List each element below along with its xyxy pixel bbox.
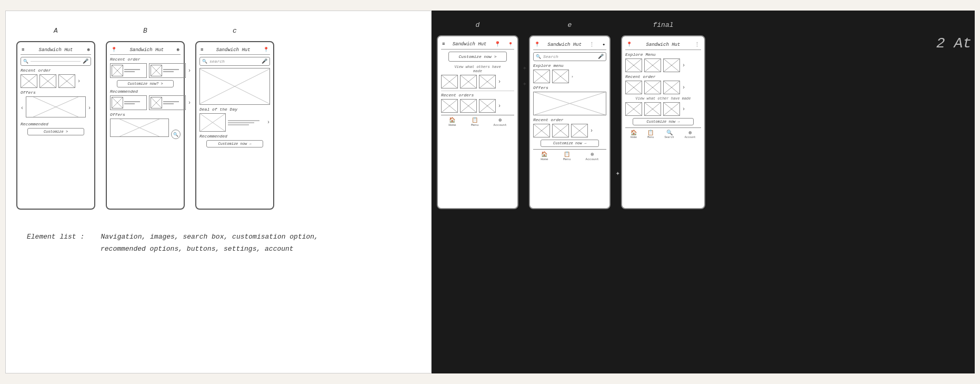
- wf-d-nav-home[interactable]: 🏠 Home: [448, 117, 456, 127]
- wf-b-item3: [110, 95, 147, 110]
- wf-a-search[interactable]: 🔍 🎤: [21, 57, 91, 66]
- wf-b-btn[interactable]: Customize now? >: [117, 80, 173, 87]
- wf-e-img1: [533, 70, 550, 83]
- label-d: d: [476, 21, 480, 29]
- wf-c-deal-label: Deal of the Day: [199, 107, 270, 112]
- notes-content: Element list : Navigation, images, searc…: [27, 231, 410, 243]
- wireframe-b: 📍 Sandwich Hut ⊗ Recent order: [106, 41, 185, 210]
- wf-e-rimg2: [552, 124, 569, 137]
- wf-d-rimg1: [441, 99, 458, 113]
- wf-e-rimg1: [533, 124, 550, 137]
- wf-e-btn[interactable]: Customize now →: [541, 140, 599, 147]
- wf-e-nav-account-label: Account: [586, 157, 599, 161]
- wf-a-btn[interactable]: Customize >: [27, 128, 84, 135]
- menu-icon-e: 📋: [564, 151, 570, 157]
- wf-e-search[interactable]: 🔍 Search 🎤: [533, 52, 606, 61]
- wf-final-vimg1: [625, 102, 642, 116]
- home-icon-e: 🏠: [541, 151, 547, 157]
- mic-icon-a: 🎤: [83, 58, 88, 64]
- wf-d-img1: [441, 75, 458, 88]
- chevron-d: ›: [498, 79, 501, 85]
- wf-b-img-row1: ›: [110, 63, 181, 78]
- account-icon-e: ⊗: [591, 151, 594, 157]
- chevron-c-deal: ›: [267, 120, 270, 125]
- wf-e-nav-account[interactable]: ⊗ Account: [586, 151, 599, 161]
- notes-section: Element list : Navigation, images, searc…: [16, 225, 421, 261]
- hamburger-icon-c: ≡: [201, 47, 203, 53]
- wf-d-img-row: ›: [441, 75, 514, 88]
- wf-final-nav-search[interactable]: 🔍 Search: [665, 130, 674, 139]
- wf-c-search[interactable]: 🔍 search 🎤: [199, 57, 270, 66]
- wf-b-thumb1: [112, 65, 123, 76]
- label-c: c: [233, 27, 237, 35]
- wireframe-group-a: A ≡ Sandwich Hut ⊗ 🔍 🎤 Recent: [16, 27, 95, 210]
- wf-c-title: Sandwich Hut: [216, 47, 251, 53]
- wf-b-line6: [124, 103, 135, 104]
- wf-final-nav-menu[interactable]: 📋 Menu: [647, 130, 654, 139]
- threedot-icon-final: ⋮: [694, 41, 700, 48]
- wf-final-img1: [625, 58, 642, 72]
- mic-icon-e: 🎤: [598, 54, 604, 60]
- wf-b-thumb2: [151, 65, 162, 76]
- home-icon-final: 🏠: [631, 130, 637, 136]
- chevron-b2: ›: [188, 100, 191, 106]
- wf-e-offers-box: [533, 92, 606, 115]
- wf-c-header: ≡ Sandwich Hut 📍: [199, 45, 270, 55]
- wf-b-lines3: [124, 97, 140, 109]
- wf-b-thumb4: [151, 97, 162, 109]
- wireframe-group-b: B 📍 Sandwich Hut ⊗ Recent order: [106, 27, 185, 210]
- wf-a-header: ≡ Sandwich Hut ⊗: [21, 45, 91, 55]
- search-circle-b[interactable]: 🔍: [171, 130, 181, 139]
- wf-a-offers-box: [26, 96, 86, 117]
- wf-e-explore-row: ›: [533, 70, 606, 83]
- wireframe-final: 📍 Sandwich Hut ⋮ Explore Menu: [621, 35, 705, 209]
- wireframe-c: ≡ Sandwich Hut 📍 🔍 search 🎤: [195, 41, 274, 210]
- chevron-final-view: ›: [682, 106, 685, 112]
- account-icon-d: ⊗: [498, 117, 502, 123]
- wf-d-recent-row: ›: [441, 99, 514, 113]
- right-panel: d ≡ Sandwich Hut 📍 📍 Customize now > Vie…: [432, 11, 975, 373]
- wf-b-line5: [124, 101, 140, 102]
- wf-e-header: 📍 Sandwich Hut ⋮ ✦: [533, 40, 606, 50]
- wf-c-recommended-label: Recommended: [199, 134, 270, 139]
- notes-label: Element list :: [27, 233, 84, 241]
- wf-b-line8: [163, 103, 174, 104]
- label-final: final: [653, 21, 673, 29]
- wf-final-btn[interactable]: Customize now →: [633, 118, 693, 125]
- star-d1: ✦: [523, 63, 527, 72]
- wf-d-nav-account[interactable]: ⊗ Account: [494, 117, 507, 127]
- chevron-left-a: ‹: [21, 105, 24, 111]
- hamburger-icon: ≡: [22, 47, 24, 53]
- wf-a-offers-label: Offers: [21, 90, 91, 95]
- wf-b-line2: [124, 71, 135, 72]
- label-e: e: [568, 21, 572, 29]
- wf-final-recent-label: Recent order: [625, 74, 701, 79]
- menu-icon-final: 📋: [647, 130, 654, 136]
- wf-d-rimg2: [460, 99, 477, 113]
- wf-final-rimg2: [644, 81, 661, 94]
- wf-e-nav-home[interactable]: 🏠 Home: [541, 151, 548, 161]
- wf-final-nav-home[interactable]: 🏠 Home: [631, 130, 637, 139]
- search-icon-a: 🔍: [23, 59, 28, 64]
- wf-c-btn[interactable]: Customize now →: [206, 140, 263, 147]
- wf-final-vimg3: [663, 102, 680, 116]
- wf-final-rimg1: [625, 81, 642, 94]
- wf-c-dline1: [228, 120, 259, 121]
- wf-c-deal-row: ›: [199, 113, 270, 132]
- wf-d-nav-menu[interactable]: 📋 Menu: [471, 117, 478, 127]
- wf-d-customize-btn[interactable]: Customize now >: [448, 52, 507, 62]
- wf-c-big-img: [199, 68, 270, 105]
- wf-e-nav-menu[interactable]: 📋 Menu: [563, 151, 571, 161]
- wf-a-img2: [39, 74, 56, 88]
- chevron-final-recent: ›: [682, 85, 685, 91]
- wf-a-recent-label: Recent order: [21, 68, 91, 73]
- chevron-right-a: ›: [88, 105, 91, 111]
- wf-b-offers-label: Offers: [110, 112, 181, 117]
- wf-final-nav-account[interactable]: ⊗ Account: [685, 130, 696, 139]
- wf-final-rimg3: [663, 81, 680, 94]
- left-panel: A ≡ Sandwich Hut ⊗ 🔍 🎤 Recent: [5, 11, 432, 373]
- wf-final-explore-label: Explore Menu: [625, 52, 701, 57]
- wf-final-nav-search-label: Search: [665, 136, 674, 139]
- wireframe-d: ≡ Sandwich Hut 📍 📍 Customize now > View …: [437, 35, 518, 209]
- wireframes-row-abc: A ≡ Sandwich Hut ⊗ 🔍 🎤 Recent: [16, 22, 421, 215]
